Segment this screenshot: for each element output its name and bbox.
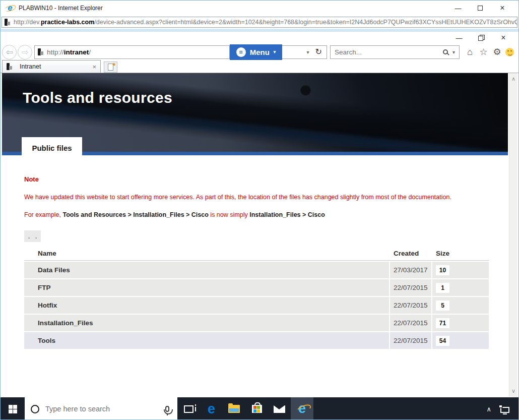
remote-desktop-screen: e PLABWIN10 - Internet Explorer — × http… — [0, 0, 519, 420]
microphone-icon[interactable] — [165, 406, 169, 412]
size-badge: 1 — [436, 283, 449, 293]
mail-taskbar-button[interactable] — [268, 397, 291, 420]
internet-explorer-taskbar-button[interactable]: e — [291, 397, 313, 420]
task-view-button[interactable] — [177, 397, 200, 420]
lab-menu-button[interactable]: ≡ Menu ▾ — [230, 44, 282, 60]
outer-close-button[interactable]: × — [491, 2, 513, 15]
settings-gear-icon[interactable]: ⚙ — [492, 47, 502, 56]
size-badge: 54 — [436, 336, 449, 346]
edge-icon: e — [208, 402, 215, 416]
tab-public-files[interactable]: Public files — [22, 137, 82, 158]
example-old-path: Tools and Resources > Installation_Files… — [62, 211, 208, 218]
store-taskbar-button[interactable] — [245, 397, 268, 420]
menu-label: Menu — [250, 48, 270, 56]
browser-search-box: ▾ — [330, 45, 460, 59]
vertical-scrollbar[interactable]: ∧ ∨ — [509, 73, 517, 397]
windows-taskbar: e e ∧ — [1, 397, 518, 420]
address-bar[interactable]: http://intranet/ — [34, 45, 230, 59]
outer-window-controls: — × — [447, 2, 513, 15]
browser-navbar: ⇦ ⇨ http://intranet/ ≡ Menu ▾ ▾ ↻ ▾ ⌂ — [1, 44, 518, 60]
table-body: Data Files 27/03/2017 10 FTP 22/07/2015 … — [24, 262, 489, 349]
scroll-down-icon[interactable]: ∨ — [511, 388, 515, 394]
home-icon[interactable]: ⌂ — [465, 47, 475, 56]
size-badge: 71 — [436, 318, 449, 328]
search-dropdown-icon[interactable]: ▾ — [452, 49, 455, 55]
internet-explorer-icon: e — [298, 402, 306, 415]
parent-directory-link[interactable]: . . — [24, 230, 41, 242]
example-lead: For example, — [24, 211, 62, 218]
forward-button[interactable]: ⇨ — [18, 45, 32, 59]
favorites-star-icon[interactable]: ☆ — [478, 47, 489, 56]
start-button[interactable] — [1, 397, 25, 420]
search-icon[interactable] — [443, 49, 448, 54]
menu-circle-icon: ≡ — [236, 47, 246, 57]
tab-intranet[interactable]: Intranet × — [2, 60, 101, 73]
cortana-icon — [31, 405, 39, 413]
column-header-name: Name — [24, 250, 390, 257]
internet-explorer-icon: e — [6, 4, 15, 13]
menu-caret-icon: ▾ — [274, 49, 276, 54]
back-button[interactable]: ⇦ — [2, 45, 17, 59]
address-host: intranet — [64, 48, 89, 56]
address-dropdown-icon[interactable]: ▾ — [307, 49, 309, 55]
note-example: For example, Tools and Resources > Insta… — [24, 211, 486, 218]
browser-toolbar-icons: ⌂ ☆ ⚙ — [460, 47, 517, 56]
refresh-icon[interactable]: ↻ — [315, 48, 322, 56]
table-row-installation-files[interactable]: Installation_Files 22/07/2015 71 — [24, 315, 489, 331]
inner-close-button[interactable]: × — [492, 32, 514, 43]
store-icon — [252, 405, 262, 413]
taskbar-search-input[interactable] — [45, 405, 159, 413]
page-hero-banner: Tools and resources Public files — [2, 73, 508, 155]
page-content: Tools and resources Public files Note We… — [1, 73, 518, 397]
new-tab-button[interactable] — [104, 62, 117, 73]
note-body: We have updated this website to start of… — [24, 194, 486, 201]
url-path: /device-advanced.aspx?client=html&device… — [94, 19, 517, 26]
size-badge: 5 — [436, 301, 449, 311]
table-row-hotfix[interactable]: Hotfix 22/07/2015 5 — [24, 297, 489, 314]
outer-maximize-button[interactable] — [469, 2, 491, 15]
example-new-path: Installation_Files > Cisco — [249, 211, 325, 218]
url-prefix: http://dev. — [14, 19, 41, 26]
file-explorer-icon — [228, 405, 240, 413]
note-section: Note We have updated this website to sta… — [2, 155, 508, 218]
tab-title: Intranet — [20, 63, 88, 70]
tab-favicon — [7, 63, 12, 70]
outer-window-titlebar: e PLABWIN10 - Internet Explorer — × — [1, 1, 518, 16]
url-domain: practice-labs.com — [41, 19, 94, 26]
address-dropdown-refresh: ▾ ↻ — [282, 45, 327, 59]
mail-icon — [274, 405, 285, 413]
file-explorer-taskbar-button[interactable] — [223, 397, 245, 420]
table-row-data-files[interactable]: Data Files 27/03/2017 10 — [24, 262, 489, 278]
size-badge: 10 — [436, 265, 449, 275]
scroll-up-icon[interactable]: ∧ — [511, 76, 515, 82]
outer-address-bar[interactable]: http://dev.practice-labs.com/device-adva… — [2, 17, 517, 28]
feedback-smiley-icon[interactable] — [505, 48, 514, 56]
restore-icon — [478, 35, 485, 41]
inner-window-titlebar: — × — [1, 32, 518, 44]
tab-close-icon[interactable]: × — [92, 63, 96, 71]
outer-window-title: PLABWIN10 - Internet Explorer — [19, 5, 103, 12]
network-icon[interactable] — [500, 407, 509, 413]
inner-restore-button[interactable] — [470, 32, 492, 43]
table-row-tools[interactable]: Tools 22/07/2015 54 — [24, 332, 489, 349]
page-title: Tools and resources — [23, 89, 172, 106]
outer-minimize-button[interactable]: — — [447, 2, 469, 15]
file-table: Name Created Size Data Files 27/03/2017 … — [24, 247, 489, 349]
table-header-row: Name Created Size — [24, 247, 489, 261]
browser-tab-bar: Intranet × — [1, 60, 518, 73]
note-heading: Note — [24, 175, 486, 183]
taskbar-search-box[interactable] — [25, 397, 177, 420]
page-icon — [38, 48, 43, 55]
task-view-icon — [184, 405, 193, 413]
new-tab-icon — [108, 64, 113, 71]
search-input[interactable] — [335, 48, 438, 56]
outer-address-row: http://dev.practice-labs.com/device-adva… — [1, 16, 518, 29]
edge-taskbar-button[interactable]: e — [200, 397, 223, 420]
example-middle: is now simply — [209, 211, 249, 218]
page-icon — [5, 19, 10, 26]
address-suffix: / — [89, 48, 91, 56]
inner-minimize-button[interactable]: — — [448, 32, 470, 43]
show-hidden-icons-button[interactable]: ∧ — [486, 405, 491, 413]
address-prefix: http:// — [47, 48, 64, 56]
table-row-ftp[interactable]: FTP 22/07/2015 1 — [24, 279, 489, 296]
